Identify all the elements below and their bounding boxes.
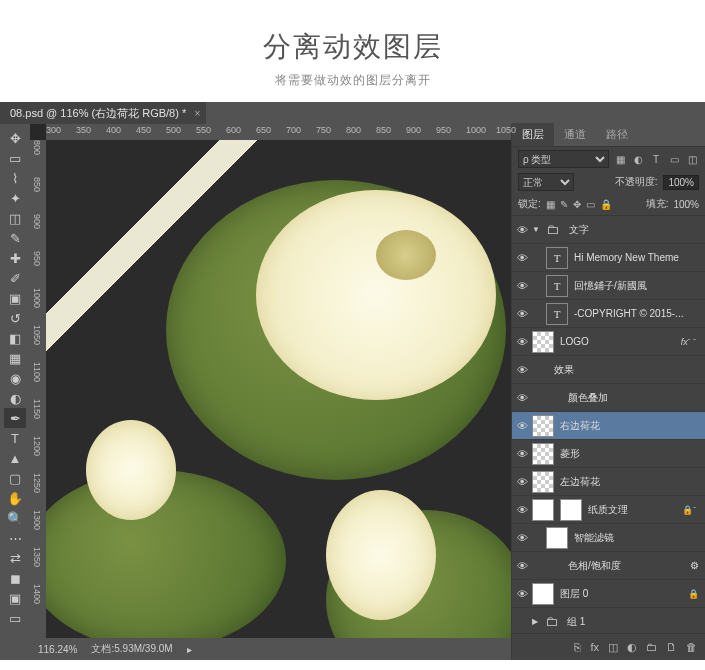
layer-row[interactable]: 👁色相/饱和度⚙ [512, 552, 705, 580]
layer-row[interactable]: 👁效果 [512, 356, 705, 384]
lock-artboard-icon[interactable]: ▭ [586, 199, 595, 210]
layer-row[interactable]: 👁智能滤镜 [512, 524, 705, 552]
layer-row[interactable]: ▶🗀组 1 [512, 608, 705, 633]
layer-row[interactable]: 👁THi Memory New Theme [512, 244, 705, 272]
chevron-up-icon[interactable]: ˆ [693, 505, 696, 514]
layer-row[interactable]: 👁T-COPYRIGHT © 2015-... [512, 300, 705, 328]
visibility-icon[interactable]: 👁 [512, 560, 532, 572]
pen-tool-icon[interactable]: ✒ [4, 408, 26, 428]
hand-tool-icon[interactable]: ✋ [4, 488, 26, 508]
visibility-icon[interactable]: 👁 [512, 504, 532, 516]
eraser-tool-icon[interactable]: ◧ [4, 328, 26, 348]
chevron-up-icon[interactable]: ˆ [693, 337, 696, 346]
history-brush-icon[interactable]: ↺ [4, 308, 26, 328]
chevron-down-icon[interactable]: ▼ [532, 225, 540, 234]
lock-paint-icon[interactable]: ✎ [560, 199, 568, 210]
photoshop-window: 08.psd @ 116% (右边荷花 RGB/8) * × ✥ ▭ ⌇ ✦ ◫… [0, 102, 705, 660]
blend-mode-select[interactable]: 正常 [518, 173, 574, 191]
layer-name: Hi Memory New Theme [574, 252, 699, 263]
eyedropper-tool-icon[interactable]: ✎ [4, 228, 26, 248]
gear-icon[interactable]: ⚙ [690, 560, 699, 571]
chevron-right-icon[interactable]: ▶ [532, 617, 538, 626]
filter-shape-icon[interactable]: ▭ [667, 152, 681, 166]
heal-tool-icon[interactable]: ✚ [4, 248, 26, 268]
visibility-icon[interactable]: 👁 [512, 476, 532, 488]
visibility-icon[interactable]: 👁 [512, 280, 532, 292]
lasso-tool-icon[interactable]: ⌇ [4, 168, 26, 188]
wand-tool-icon[interactable]: ✦ [4, 188, 26, 208]
filter-type-icon[interactable]: T [649, 152, 663, 166]
zoom-tool-icon[interactable]: 🔍 [4, 508, 26, 528]
new-group-icon[interactable]: 🗀 [646, 641, 657, 653]
stamp-tool-icon[interactable]: ▣ [4, 288, 26, 308]
layer-row[interactable]: 👁▼🗀文字 [512, 216, 705, 244]
lock-pixels-icon[interactable]: ▦ [546, 199, 555, 210]
layer-row[interactable]: 👁纸质文理🔒ˆ [512, 496, 705, 524]
canvas[interactable] [46, 140, 511, 638]
layer-name: 菱形 [560, 447, 699, 461]
layer-row[interactable]: 👁T回憶鋪子/新國風 [512, 272, 705, 300]
tab-layers[interactable]: 图层 [512, 123, 554, 146]
dodge-tool-icon[interactable]: ◐ [4, 388, 26, 408]
ruler-tick: 800 [346, 125, 361, 135]
fg-bg-colors[interactable]: ◼ [4, 568, 26, 588]
screenmode-icon[interactable]: ▭ [4, 608, 26, 628]
layer-row[interactable]: 👁LOGOfxˆˆ [512, 328, 705, 356]
path-select-icon[interactable]: ▲ [4, 448, 26, 468]
ruler-tick: 900 [32, 214, 42, 229]
filter-image-icon[interactable]: ▦ [613, 152, 627, 166]
filter-adjust-icon[interactable]: ◐ [631, 152, 645, 166]
lock-pos-icon[interactable]: ✥ [573, 199, 581, 210]
lock-all-icon[interactable]: 🔒 [600, 199, 612, 210]
tab-channels[interactable]: 通道 [554, 123, 596, 146]
visibility-icon[interactable]: 👁 [512, 588, 532, 600]
adjustment-layer-icon[interactable]: ◐ [627, 641, 637, 654]
close-icon[interactable]: × [194, 108, 200, 119]
move-tool-icon[interactable]: ✥ [4, 128, 26, 148]
quickmask-icon[interactable]: ▣ [4, 588, 26, 608]
layer-row[interactable]: 👁颜色叠加 [512, 384, 705, 412]
layer-fx-icon[interactable]: fx [590, 641, 599, 653]
layer-row[interactable]: 👁图层 0🔒 [512, 580, 705, 608]
visibility-icon[interactable]: 👁 [512, 336, 532, 348]
layer-row[interactable]: 👁右边荷花 [512, 412, 705, 440]
more-tools-icon[interactable]: ⋯ [4, 528, 26, 548]
visibility-icon[interactable]: 👁 [512, 252, 532, 264]
zoom-value[interactable]: 116.24% [38, 644, 77, 655]
ruler-tick: 1200 [32, 436, 42, 456]
visibility-icon[interactable]: 👁 [512, 420, 532, 432]
link-layers-icon[interactable]: ⎘ [574, 641, 581, 653]
layer-row[interactable]: 👁菱形 [512, 440, 705, 468]
visibility-icon[interactable]: 👁 [512, 308, 532, 320]
shape-tool-icon[interactable]: ▢ [4, 468, 26, 488]
tab-paths[interactable]: 路径 [596, 123, 638, 146]
visibility-icon[interactable]: 👁 [512, 532, 532, 544]
fx-badge[interactable]: fx [681, 337, 688, 347]
filter-smart-icon[interactable]: ◫ [685, 152, 699, 166]
opacity-label: 不透明度: [615, 175, 658, 189]
status-arrow-icon[interactable]: ▸ [187, 644, 192, 655]
swap-colors-icon[interactable]: ⇄ [4, 548, 26, 568]
visibility-icon[interactable]: 👁 [512, 224, 532, 236]
crop-tool-icon[interactable]: ◫ [4, 208, 26, 228]
blur-tool-icon[interactable]: ◉ [4, 368, 26, 388]
visibility-icon[interactable]: 👁 [512, 448, 532, 460]
document-tab[interactable]: 08.psd @ 116% (右边荷花 RGB/8) * × [0, 102, 206, 124]
layer-filter-select[interactable]: ρ 类型 [518, 150, 609, 168]
delete-layer-icon[interactable]: 🗑 [686, 641, 697, 653]
marquee-tool-icon[interactable]: ▭ [4, 148, 26, 168]
brush-tool-icon[interactable]: ✐ [4, 268, 26, 288]
layer-name: 左边荷花 [560, 475, 699, 489]
chevron-up-icon[interactable]: ˆ [688, 337, 691, 346]
new-layer-icon[interactable]: 🗋 [666, 641, 677, 653]
visibility-icon[interactable]: 👁 [512, 392, 532, 404]
layer-thumb [532, 443, 554, 465]
opacity-value[interactable]: 100% [663, 175, 699, 190]
layer-thumb [532, 583, 554, 605]
layer-mask-icon[interactable]: ◫ [608, 641, 618, 654]
layer-row[interactable]: 👁左边荷花 [512, 468, 705, 496]
gradient-tool-icon[interactable]: ▦ [4, 348, 26, 368]
visibility-icon[interactable]: 👁 [512, 364, 532, 376]
fill-value[interactable]: 100% [673, 199, 699, 210]
type-tool-icon[interactable]: T [4, 428, 26, 448]
